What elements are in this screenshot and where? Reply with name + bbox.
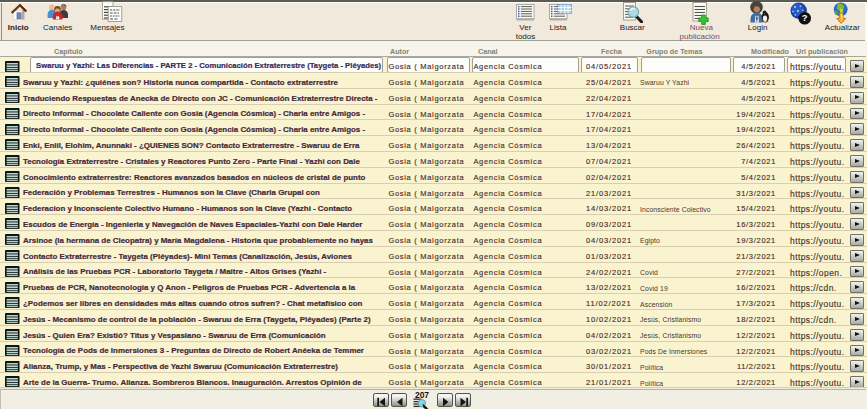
svg-text:?: ?	[802, 12, 808, 23]
